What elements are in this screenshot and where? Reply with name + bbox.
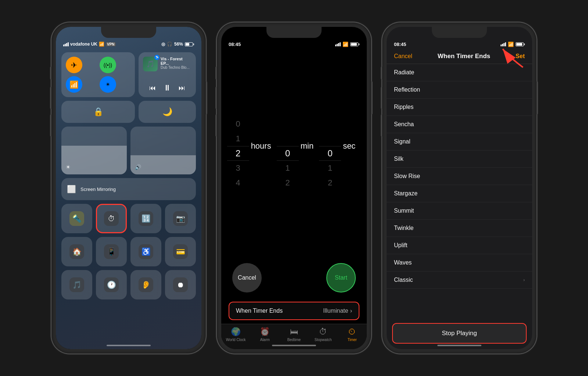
signal-icon (335, 42, 341, 46)
bedtime-label: Bedtime (287, 338, 301, 342)
headphones-icon: 🎧 (167, 42, 172, 47)
list-item-signal[interactable]: Signal (387, 133, 532, 150)
list-item-stargaze[interactable]: Stargaze (387, 185, 532, 202)
bluetooth-button[interactable]: ✴ (100, 76, 116, 93)
rotation-lock-button[interactable]: 🔒 (61, 101, 135, 123)
calculator-button[interactable]: 🔢 (130, 204, 161, 233)
seconds-picker[interactable]: - - 0 1 2 (319, 117, 341, 190)
track-title: Vis - Forest EP... (161, 57, 191, 65)
notch (266, 27, 322, 38)
hearing-icon: 👂 (139, 277, 153, 292)
flashlight-button[interactable]: 🔦 (61, 204, 92, 233)
record-button[interactable]: ⏺ (165, 270, 196, 299)
screen-mirroring-icon: ⬜ (67, 185, 76, 194)
home-indicator (272, 345, 316, 346)
item-label: Uplift (394, 242, 407, 249)
airplane-mode-button[interactable]: ✈ (66, 57, 82, 73)
world-clock-label: World Clock (226, 338, 246, 342)
now-playing-panel: 🎵 📡 Vis - Forest EP... Dub Techno Blo...… (139, 52, 196, 97)
min-1: 1 (277, 161, 299, 175)
list-item-classic[interactable]: Classic › (387, 272, 532, 289)
start-button[interactable]: Start (326, 263, 356, 292)
phone-control-center: vodafone UK 📶 VPN ◎ 🎧 56% (51, 22, 206, 354)
bedtime-icon: 🛏 (290, 327, 298, 337)
airplay-icon: 📡 (154, 55, 159, 60)
brightness-slider[interactable]: ☀ (61, 127, 127, 174)
notch (101, 27, 156, 38)
item-label: Summit (394, 207, 414, 214)
track-subtitle: Dub Techno Blo... (161, 65, 191, 70)
item-label: Signal (394, 138, 410, 145)
list-item-sencha[interactable]: Sencha (387, 116, 532, 133)
time-picker[interactable]: 0 1 2 3 4 hours - - (221, 49, 367, 258)
signal-icon (63, 42, 69, 46)
phone-timer: 08:45 📶 (217, 22, 371, 354)
wallet-icon: 💳 (173, 244, 188, 259)
timer-tab-label: Timer (348, 338, 357, 342)
list-item-uplift[interactable]: Uplift (387, 237, 532, 254)
accessibility-button[interactable]: ♿ (130, 237, 161, 266)
list-item-ripples[interactable]: Ripples (387, 99, 532, 116)
clock-icon: 🕐 (104, 277, 119, 292)
stop-playing-button[interactable]: Stop Playing (392, 323, 527, 344)
battery-icon (350, 42, 359, 46)
wifi-icon: 📶 (343, 42, 348, 47)
timer-action-buttons: Cancel Start (221, 258, 367, 298)
record-icon: ⏺ (173, 277, 188, 292)
shazam-button[interactable]: 🎵 (61, 270, 92, 299)
cancel-button[interactable]: Cancel (394, 53, 412, 60)
hours-picker[interactable]: 0 1 2 3 4 (227, 117, 249, 190)
home-button[interactable]: 🏠 (61, 237, 92, 266)
list-item-slow-rise[interactable]: Slow Rise (387, 168, 532, 185)
wifi-button[interactable]: 📶 (66, 76, 82, 93)
home-icon: 🏠 (69, 244, 84, 259)
remote-button[interactable]: 📱 (96, 237, 127, 266)
status-bar: vodafone UK 📶 VPN ◎ 🎧 56% (56, 40, 201, 49)
list-item-twinkle[interactable]: Twinkle (387, 220, 532, 237)
playback-controls[interactable]: ⏮ ⏸ ⏭ (143, 83, 191, 93)
play-pause-icon[interactable]: ⏸ (163, 83, 171, 93)
home-indicator (437, 345, 481, 346)
hearing-button[interactable]: 👂 (130, 270, 161, 299)
tab-stopwatch[interactable]: ⏱ Stopwatch (312, 327, 334, 342)
cellular-button[interactable]: ((•)) (100, 57, 116, 73)
timer-button[interactable]: ⏱ (96, 204, 127, 233)
minutes-picker[interactable]: - - 0 1 2 (277, 117, 299, 190)
sec-2: 2 (319, 175, 341, 190)
home-indicator (107, 345, 151, 346)
wifi-icon: 📶 (99, 42, 104, 47)
wallet-button[interactable]: 💳 (165, 237, 196, 266)
tab-world-clock[interactable]: 🌍 World Clock (225, 327, 247, 342)
location-icon: ◎ (161, 42, 165, 47)
hour-0: 0 (227, 117, 249, 131)
list-item-silk[interactable]: Silk (387, 150, 532, 168)
alarm-icon: ⏰ (260, 327, 270, 337)
notch (432, 27, 487, 38)
when-timer-ends-row[interactable]: When Timer Ends Illuminate › (229, 302, 359, 320)
item-label: Ripples (394, 104, 413, 110)
tab-timer[interactable]: ⏲ Timer (341, 327, 363, 342)
volume-slider[interactable]: 🔊 (130, 127, 196, 174)
tab-bedtime[interactable]: 🛏 Bedtime (283, 327, 305, 342)
tab-alarm[interactable]: ⏰ Alarm (254, 327, 276, 342)
item-label: Twinkle (394, 225, 413, 231)
timer-icon: ⏱ (104, 211, 119, 226)
stopwatch-label: Stopwatch (315, 338, 332, 342)
chevron-icon: › (523, 277, 525, 283)
min-2: 2 (277, 175, 299, 190)
battery-icon (185, 42, 194, 46)
cancel-button[interactable]: Cancel (232, 263, 262, 292)
forward-icon[interactable]: ⏭ (179, 84, 185, 92)
camera-button[interactable]: 📷 (165, 204, 196, 233)
do-not-disturb-button[interactable]: 🌙 (139, 101, 196, 123)
list-item-reflection[interactable]: Reflection (387, 81, 532, 99)
volume-icon: 🔊 (135, 164, 191, 170)
list-item-waves[interactable]: Waves (387, 254, 532, 272)
list-item-summit[interactable]: Summit (387, 202, 532, 220)
rewind-icon[interactable]: ⏮ (149, 84, 156, 92)
item-label: Slow Rise (394, 173, 420, 180)
item-label: Reflection (394, 86, 420, 93)
screen-mirroring-button[interactable]: ⬜ Screen Mirroring (61, 178, 196, 200)
picker-columns: 0 1 2 3 4 hours - - (227, 117, 361, 190)
clock-button[interactable]: 🕐 (96, 270, 127, 299)
